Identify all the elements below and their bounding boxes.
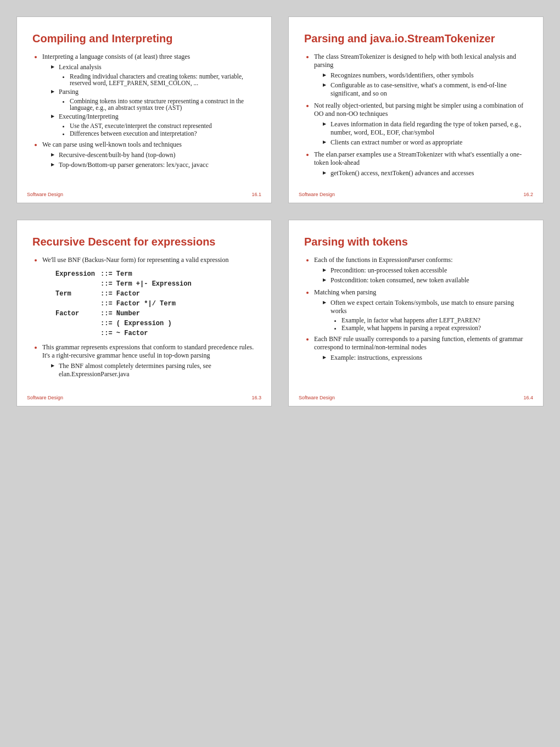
slide-1-footer: Software Design 16.1 — [27, 192, 261, 197]
bullet-text: Each BNF rule usually corresponds to a p… — [314, 335, 523, 351]
bnf-lhs — [53, 280, 97, 288]
arrow-text: Executing/Interpreting — [59, 113, 119, 120]
bnf-lhs — [53, 299, 97, 308]
sub-list: Leaves information in data field regardi… — [314, 120, 528, 147]
footer-right: 16.4 — [523, 395, 533, 400]
slide-3: Recursive Descent for expressions We'll … — [16, 220, 272, 406]
list-item: Combining tokens into some structure rep… — [70, 98, 256, 111]
sub-list: The BNF almost completely determines par… — [42, 362, 256, 378]
bnf-rhs: ::= Number — [98, 309, 194, 318]
bullet-text: We can parse using well-known tools and … — [42, 141, 182, 148]
slide-4-title: Parsing with tokens — [304, 236, 528, 248]
list-item: Clients can extract number or word as ap… — [323, 138, 528, 147]
slide-2: Parsing and java.io.StreamTokenizer The … — [288, 16, 544, 203]
arrow-text: Lexical analysis — [59, 63, 102, 71]
bnf-lhs: Term — [53, 289, 97, 298]
bullet-text: This grammar represents expressions that… — [42, 343, 254, 359]
slide-3-content: We'll use BNF (Backus-Naur form) for rep… — [32, 256, 256, 378]
list-item: Use the AST, execute/interpret the const… — [70, 122, 256, 129]
slide-1: Compiling and Interpreting Interpreting … — [16, 16, 272, 203]
bullet-text: The class StreamTokenizer is designed to… — [314, 53, 516, 69]
arrow-text: Often we expect certain Tokens/symbols, … — [331, 299, 514, 315]
list-item: Example, what happens in parsing a repea… — [341, 325, 528, 331]
bullet-text: Interpreting a language consists of (at … — [42, 53, 190, 60]
list-item: Postcondition: token consumed, new token… — [323, 276, 528, 285]
list-item: Differences between execution and interp… — [70, 130, 256, 137]
bnf-rhs: ::= Term — [98, 270, 194, 278]
bnf-rhs: ::= Factor *|/ Term — [98, 299, 194, 308]
list-item: Example: instructions, expressions — [323, 354, 528, 362]
bnf-rhs: ::= ( Expression ) — [98, 319, 194, 328]
footer-right: 16.3 — [251, 395, 261, 400]
bnf-lhs: Expression — [53, 270, 97, 278]
list-item: Each BNF rule usually corresponds to a p… — [314, 335, 528, 362]
footer-left: Software Design — [299, 192, 335, 197]
slide-grid: Compiling and Interpreting Interpreting … — [16, 16, 544, 406]
sub-list: getToken() access, nextToken() advances … — [314, 169, 528, 177]
bnf-lhs: Factor — [53, 309, 97, 318]
arrow-text: Parsing — [59, 88, 79, 96]
list-item: Precondition: un-processed token accessi… — [323, 266, 528, 275]
list-item: The class StreamTokenizer is designed to… — [314, 53, 528, 98]
sub-sub-list: Combining tokens into some structure rep… — [59, 98, 256, 111]
list-item: Example, in factor what happens after LE… — [341, 317, 528, 324]
bnf-lhs — [53, 319, 97, 328]
sub-sub-list: Example, in factor what happens after LE… — [331, 317, 528, 331]
list-item: The BNF almost completely determines par… — [51, 362, 256, 378]
slide-3-title: Recursive Descent for expressions — [32, 236, 256, 248]
list-item: Interpreting a language consists of (at … — [42, 53, 256, 137]
list-item: We'll use BNF (Backus-Naur form) for rep… — [42, 256, 256, 339]
slide-2-content: The class StreamTokenizer is designed to… — [304, 53, 528, 177]
list-item: Each of the functions in ExpressionParse… — [314, 256, 528, 285]
slide-4: Parsing with tokens Each of the function… — [288, 220, 544, 406]
slide-4-footer: Software Design 16.4 — [299, 395, 533, 400]
slide-4-content: Each of the functions in ExpressionParse… — [304, 256, 528, 362]
list-item: This grammar represents expressions that… — [42, 343, 256, 378]
footer-right: 16.1 — [251, 192, 261, 197]
slide-2-title: Parsing and java.io.StreamTokenizer — [304, 32, 528, 45]
sub-list: Precondition: un-processed token accessi… — [314, 266, 528, 285]
bullet-text: Each of the functions in ExpressionParse… — [314, 256, 453, 264]
slide-1-content: Interpreting a language consists of (at … — [32, 53, 256, 169]
sub-sub-list: Use the AST, execute/interpret the const… — [59, 122, 256, 137]
slide-1-title: Compiling and Interpreting — [32, 32, 256, 45]
list-item: Reading individual characters and creati… — [70, 73, 256, 86]
list-item: The elan.parser examples use a StreamTok… — [314, 150, 528, 177]
list-item: Not really object-oriented, but parsing … — [314, 102, 528, 147]
footer-left: Software Design — [299, 395, 335, 400]
bnf-rhs: ::= ~ Factor — [98, 329, 194, 338]
list-item: Leaves information in data field regardi… — [323, 120, 528, 137]
bullet-text: We'll use BNF (Backus-Naur form) for rep… — [42, 256, 228, 264]
sub-list: Recursive-descent/built-by hand (top-dow… — [42, 151, 256, 169]
footer-left: Software Design — [27, 395, 63, 400]
bnf-rhs: ::= Term +|- Expression — [98, 280, 194, 288]
list-item: Lexical analysis Reading individual char… — [51, 63, 256, 86]
bnf-rhs: ::= Factor — [98, 289, 194, 298]
list-item: getToken() access, nextToken() advances … — [323, 169, 528, 177]
list-item: Top-down/Bottom-up parser generators: le… — [51, 161, 256, 169]
list-item: We can parse using well-known tools and … — [42, 141, 256, 169]
bullet-text: Not really object-oriented, but parsing … — [314, 102, 523, 118]
list-item: Recognizes numbers, words/identifiers, o… — [323, 71, 528, 80]
list-item: Parsing Combining tokens into some struc… — [51, 88, 256, 111]
slide-3-footer: Software Design 16.3 — [27, 395, 261, 400]
list-item: Configurable as to case-sensitive, what'… — [323, 81, 528, 98]
bullet-text: The elan.parser examples use a StreamTok… — [314, 150, 522, 166]
sub-list: Often we expect certain Tokens/symbols, … — [314, 299, 528, 331]
footer-left: Software Design — [27, 192, 63, 197]
list-item: Executing/Interpreting Use the AST, exec… — [51, 113, 256, 137]
list-item: Recursive-descent/built-by hand (top-dow… — [51, 151, 256, 159]
bnf-lhs — [53, 329, 97, 338]
sub-sub-list: Reading individual characters and creati… — [59, 73, 256, 86]
sub-list: Recognizes numbers, words/identifiers, o… — [314, 71, 528, 98]
bnf-grammar: Expression::= Term::= Term +|- Expressio… — [52, 269, 195, 339]
list-item: Often we expect certain Tokens/symbols, … — [323, 299, 528, 331]
footer-right: 16.2 — [523, 192, 533, 197]
sub-list: Lexical analysis Reading individual char… — [42, 63, 256, 137]
list-item: Matching when parsing Often we expect ce… — [314, 288, 528, 331]
bullet-text: Matching when parsing — [314, 288, 376, 296]
sub-list: Example: instructions, expressions — [314, 354, 528, 362]
slide-2-footer: Software Design 16.2 — [299, 192, 533, 197]
